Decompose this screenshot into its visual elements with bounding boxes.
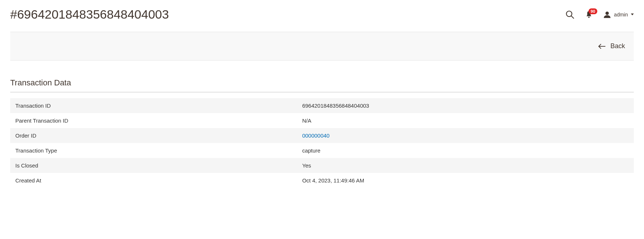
transaction-data-section: Transaction Data Transaction ID696420184… [10, 78, 634, 188]
svg-point-0 [566, 11, 572, 16]
back-button[interactable]: Back [598, 42, 625, 50]
table-row: Transaction ID6964201848356848404003 [10, 98, 634, 113]
row-label: Order ID [10, 128, 297, 143]
row-value: capture [297, 143, 634, 158]
search-button[interactable] [565, 10, 575, 19]
back-label: Back [610, 42, 625, 50]
row-label: Created At [10, 173, 297, 188]
user-icon [603, 11, 611, 19]
row-label: Parent Transaction ID [10, 113, 297, 128]
svg-line-1 [571, 16, 574, 19]
table-row: Parent Transaction IDN/A [10, 113, 634, 128]
row-value: N/A [297, 113, 634, 128]
row-value: Oct 4, 2023, 11:49:46 AM [297, 173, 634, 188]
table-row: Created AtOct 4, 2023, 11:49:46 AM [10, 173, 634, 188]
notification-badge: 90 [589, 8, 597, 14]
table-row: Order ID000000040 [10, 128, 634, 143]
arrow-left-icon [598, 43, 606, 49]
row-value: 6964201848356848404003 [297, 98, 634, 113]
row-value: Yes [297, 158, 634, 173]
page-title: #6964201848356848404003 [10, 7, 169, 22]
toolbar: Back [10, 32, 634, 61]
row-label: Transaction ID [10, 98, 297, 113]
table-row: Is ClosedYes [10, 158, 634, 173]
notifications-button[interactable]: 90 [585, 11, 593, 19]
chevron-down-icon [631, 14, 634, 15]
page-header: #6964201848356848404003 90 admin [0, 0, 644, 32]
row-label: Is Closed [10, 158, 297, 173]
order-id-link[interactable]: 000000040 [302, 132, 329, 139]
header-actions: 90 admin [565, 10, 634, 19]
row-value: 000000040 [297, 128, 634, 143]
svg-point-3 [605, 11, 609, 15]
section-title: Transaction Data [10, 78, 634, 92]
user-menu[interactable]: admin [603, 11, 634, 19]
table-row: Transaction Typecapture [10, 143, 634, 158]
svg-point-2 [588, 16, 590, 18]
transaction-data-table: Transaction ID6964201848356848404003Pare… [10, 98, 634, 188]
row-label: Transaction Type [10, 143, 297, 158]
user-name: admin [614, 12, 628, 18]
search-icon [565, 10, 575, 19]
